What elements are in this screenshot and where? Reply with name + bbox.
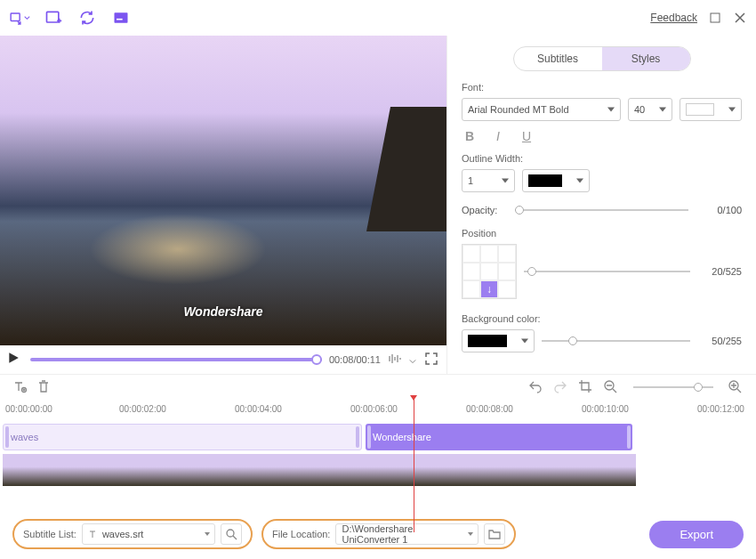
subtitle-list-label: Subtitle List: [23,529,76,539]
italic-button[interactable]: I [490,128,506,144]
outline-width-select[interactable]: 1 [462,169,515,192]
add-media-icon[interactable] [43,7,64,28]
waveform-icon[interactable] [388,352,402,367]
browse-folder-icon[interactable] [484,523,505,545]
subtitle-clip-1[interactable]: waves [3,424,362,450]
video-track[interactable] [3,454,636,486]
svg-rect-2 [115,12,128,23]
bgcolor-slider[interactable] [542,340,690,342]
video-preview[interactable]: Wondershare [0,36,446,345]
zoom-out-icon[interactable] [603,379,619,395]
redo-icon[interactable] [553,379,569,395]
waveform-menu-icon[interactable] [409,355,418,364]
export-button[interactable]: Export [649,521,744,548]
fullscreen-icon[interactable] [425,352,439,367]
opacity-slider[interactable] [515,209,688,211]
position-bottom-center[interactable]: ↓ [480,280,498,298]
opacity-value: 0/100 [697,205,742,215]
tab-subtitles[interactable]: Subtitles [514,47,602,70]
font-label: Font: [462,82,742,93]
subtitle-list-select[interactable]: waves.srt [82,523,215,545]
outline-label: Outline Width: [462,153,742,164]
svg-rect-4 [711,13,720,22]
position-slider[interactable] [524,271,690,272]
tab-styles[interactable]: Styles [602,47,690,70]
svg-rect-1 [47,12,59,22]
font-color-select[interactable] [680,98,742,121]
position-grid[interactable]: ↓ [462,244,517,299]
bgcolor-select[interactable] [462,329,535,352]
import-media-icon[interactable] [9,7,30,28]
file-location-group: File Location: D:\Wondershare UniConvert… [261,519,516,549]
progress-bar[interactable] [30,358,322,361]
caption-icon[interactable] [110,7,132,28]
close-icon[interactable] [733,11,747,25]
file-location-label: File Location: [272,529,330,539]
delete-icon[interactable] [37,379,53,395]
position-value: 20/525 [697,266,742,277]
bgcolor-value: 50/255 [697,336,742,346]
zoom-in-icon[interactable] [728,379,744,395]
crop-icon[interactable] [578,379,594,395]
maximize-icon[interactable] [708,11,722,25]
undo-icon[interactable] [528,379,544,395]
bgcolor-label: Background color: [462,313,742,324]
svg-rect-0 [11,13,20,21]
timecode: 00:08/00:11 [329,354,381,365]
subtitle-clip-2[interactable]: Wondershare [366,424,632,450]
feedback-link[interactable]: Feedback [650,12,697,24]
playhead[interactable] [414,399,414,532]
watermark-text: Wondershare [183,304,262,319]
opacity-label: Opacity: [462,205,506,215]
position-label: Position [462,228,742,239]
sync-icon[interactable] [76,7,98,28]
underline-button[interactable]: U [519,128,535,144]
outline-color-select[interactable] [522,169,590,192]
file-location-select[interactable]: D:\Wondershare UniConverter 1 [335,523,479,545]
play-button[interactable] [7,352,23,368]
zoom-slider[interactable] [633,386,713,388]
bold-button[interactable]: B [462,128,478,144]
svg-point-8 [227,530,234,537]
timeline-ruler[interactable]: 00:00:00:00 00:00:02:00 00:00:04:00 00:0… [0,404,756,422]
add-text-icon[interactable] [12,379,28,395]
font-select[interactable]: Arial Rounded MT Bold [462,98,621,121]
subtitle-list-group: Subtitle List: waves.srt [12,519,253,549]
style-panel: Subtitles Styles Font: Arial Rounded MT … [446,36,756,374]
svg-rect-3 [117,19,123,20]
search-subtitle-icon[interactable] [221,523,242,545]
font-size-select[interactable]: 40 [628,98,672,121]
